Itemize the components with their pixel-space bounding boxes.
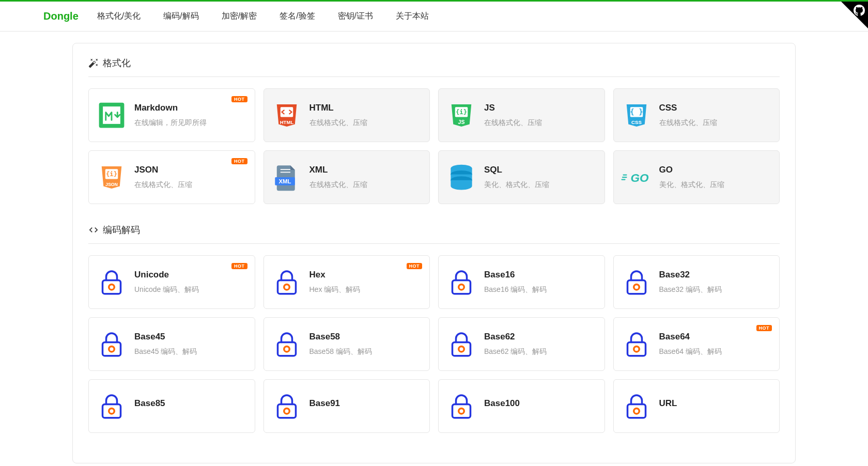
card-body: SQL美化、格式化、压缩 <box>484 165 597 190</box>
tool-card-base62[interactable]: Base62Base62 编码、解码 <box>438 317 605 371</box>
tool-card-base64[interactable]: Base64Base64 编码、解码HOT <box>613 317 780 371</box>
nav-item-encrypt[interactable]: 加密/解密 <box>222 11 257 22</box>
lock-icon <box>96 391 127 422</box>
lock-icon <box>446 267 477 298</box>
tool-card-base100[interactable]: Base100 <box>438 379 605 433</box>
card-body: CSS在线格式化、压缩 <box>659 103 772 128</box>
card-description: 美化、格式化、压缩 <box>659 180 772 190</box>
html-icon: HTML <box>271 100 302 131</box>
card-title: Base32 <box>659 270 772 280</box>
lock-icon <box>96 267 127 298</box>
svg-rect-13 <box>280 169 290 170</box>
tool-card-unicode[interactable]: UnicodeUnicode 编码、解码HOT <box>88 255 255 309</box>
card-body: Base58Base58 编码、解码 <box>309 332 423 356</box>
card-description: 在线格式化、压缩 <box>309 118 423 128</box>
tool-card-xml[interactable]: XML XML在线格式化、压缩 <box>264 150 430 204</box>
card-title: CSS <box>659 103 772 113</box>
card-grid-format: Markdown在线编辑，所见即所得HOT HTML HTML在线格式化、压缩 … <box>88 88 780 204</box>
json-icon: {i} JSON <box>96 162 127 193</box>
tool-card-base58[interactable]: Base58Base58 编码、解码 <box>264 317 430 371</box>
svg-rect-43 <box>627 405 645 418</box>
card-body: Base45Base45 编码、解码 <box>134 332 247 356</box>
tool-card-hex[interactable]: HexHex 编码、解码HOT <box>264 255 430 309</box>
tool-card-base91[interactable]: Base91 <box>264 379 430 433</box>
card-body: Base64Base64 编码、解码 <box>659 332 772 356</box>
lock-icon <box>96 329 127 360</box>
xml-icon: XML <box>271 162 302 193</box>
card-body: Base91 <box>309 398 423 414</box>
nav-item-format[interactable]: 格式化/美化 <box>97 11 141 22</box>
card-title: Base100 <box>484 398 597 409</box>
nav-item-encode[interactable]: 编码/解码 <box>163 11 198 22</box>
tool-card-html[interactable]: HTML HTML在线格式化、压缩 <box>264 88 430 142</box>
card-description: 美化、格式化、压缩 <box>484 180 597 190</box>
svg-text:HTML: HTML <box>280 119 293 125</box>
tool-card-base32[interactable]: Base32Base32 编码、解码 <box>613 255 780 309</box>
card-body: HTML在线格式化、压缩 <box>309 103 423 128</box>
card-body: UnicodeUnicode 编码、解码 <box>134 270 247 294</box>
card-description: Base58 编码、解码 <box>309 347 423 356</box>
svg-rect-29 <box>103 343 121 356</box>
svg-rect-41 <box>453 405 471 418</box>
card-description: Hex 编码、解码 <box>309 285 423 294</box>
svg-text:XML: XML <box>278 178 291 184</box>
svg-rect-39 <box>277 405 296 418</box>
card-title: XML <box>309 165 423 175</box>
svg-rect-27 <box>627 281 645 294</box>
svg-rect-21 <box>103 281 121 294</box>
svg-text:CSS: CSS <box>631 119 642 125</box>
nav-item-key[interactable]: 密钥/证书 <box>338 11 373 22</box>
section-title: 编码解码 <box>103 224 140 236</box>
lock-icon <box>271 391 302 422</box>
card-body: Markdown在线编辑，所见即所得 <box>134 103 247 128</box>
tool-card-markdown[interactable]: Markdown在线编辑，所见即所得HOT <box>88 88 255 142</box>
card-description: Unicode 编码、解码 <box>134 285 247 294</box>
card-body: Base100 <box>484 398 597 414</box>
nav-item-sign[interactable]: 签名/验签 <box>280 11 315 22</box>
card-description: Base32 编码、解码 <box>659 285 772 294</box>
card-title: GO <box>659 165 772 175</box>
svg-rect-33 <box>453 343 471 356</box>
tool-card-json[interactable]: {i} JSON JSON在线格式化、压缩HOT <box>88 150 255 204</box>
hot-badge: HOT <box>231 96 247 102</box>
code-icon <box>88 225 99 235</box>
svg-rect-35 <box>627 343 645 356</box>
card-description: 在线格式化、压缩 <box>309 180 423 190</box>
svg-rect-14 <box>280 172 290 173</box>
tool-card-base85[interactable]: Base85 <box>88 379 255 433</box>
card-description: Base16 编码、解码 <box>484 285 597 294</box>
tool-card-base16[interactable]: Base16Base16 编码、解码 <box>438 255 605 309</box>
tool-card-base45[interactable]: Base45Base45 编码、解码 <box>88 317 255 371</box>
card-body: Base16Base16 编码、解码 <box>484 270 597 294</box>
hot-badge: HOT <box>231 158 247 164</box>
svg-rect-37 <box>103 405 121 418</box>
brand-logo[interactable]: Dongle <box>43 10 79 22</box>
tool-card-css[interactable]: { } CSS CSS在线格式化、压缩 <box>613 88 780 142</box>
card-body: GO美化、格式化、压缩 <box>659 165 772 190</box>
svg-text:{ }: { } <box>630 107 643 116</box>
nav-item-about[interactable]: 关于本站 <box>396 11 429 22</box>
card-body: Base85 <box>134 398 247 414</box>
card-title: Base62 <box>484 332 597 342</box>
sql-icon <box>446 162 477 193</box>
section-title: 格式化 <box>103 57 131 69</box>
tool-card-js[interactable]: {i} JS JS在线格式化、压缩 <box>438 88 605 142</box>
svg-point-44 <box>633 408 639 414</box>
card-title: Base85 <box>134 398 247 409</box>
js-icon: {i} JS <box>446 100 477 131</box>
svg-point-28 <box>633 284 639 290</box>
main-container: 格式化 Markdown在线编辑，所见即所得HOT HTML HTML在线格式化… <box>72 43 796 463</box>
section-header-encode: 编码解码 <box>88 219 780 244</box>
card-body: Base32Base32 编码、解码 <box>659 270 772 294</box>
card-body: URL <box>659 398 772 414</box>
svg-point-32 <box>284 346 289 352</box>
svg-text:{i}: {i} <box>106 170 117 178</box>
card-title: Unicode <box>134 270 247 280</box>
tool-card-go[interactable]: GO GO美化、格式化、压缩 <box>613 150 780 204</box>
tool-card-sql[interactable]: SQL美化、格式化、压缩 <box>438 150 605 204</box>
tool-card-url[interactable]: URL <box>613 379 780 433</box>
go-icon: GO <box>621 162 652 193</box>
card-title: JS <box>484 103 597 113</box>
svg-rect-25 <box>453 281 471 294</box>
wand-icon <box>88 58 99 68</box>
